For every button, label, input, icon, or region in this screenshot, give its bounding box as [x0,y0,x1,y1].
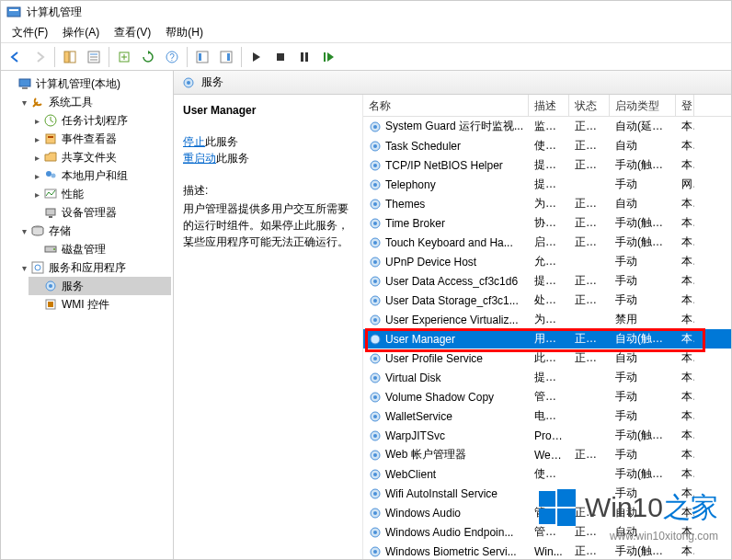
tree-label: 共享文件夹 [62,150,117,166]
tree-root[interactable]: 计算机管理(本地) [3,74,171,93]
menu-view[interactable]: 查看(V) [107,23,158,42]
service-row[interactable]: WebClient使基...手动(触发...本 [363,464,731,484]
toolbar-btn-a[interactable] [191,46,213,68]
service-row[interactable]: Wifi AutoInstall Service手动本 [363,484,731,503]
service-logon-cell: 本 [676,350,694,366]
menu-action[interactable]: 操作(A) [55,23,107,42]
chevron-down-icon[interactable]: ▾ [17,97,30,108]
tree-event-viewer[interactable]: ▸事件查看器 [29,130,171,148]
service-state-cell: 正在... [569,447,610,463]
service-state-cell: 正在... [569,505,610,520]
service-desc-cell: 监视... [529,119,569,134]
svg-rect-13 [221,51,232,63]
service-name-cell: TCP/IP NetBIOS Helper [363,159,529,172]
tree-disk-mgmt[interactable]: 磁盘管理 [29,240,171,258]
tree-label: 服务 [62,279,84,294]
column-logon[interactable]: 登 [676,95,694,116]
service-name-cell: User Data Access_cf3c1d6 [363,275,529,288]
tree-label: 计算机管理(本地) [36,76,120,92]
clock-icon [43,113,58,128]
chevron-right-icon[interactable]: ▸ [30,189,43,200]
column-start[interactable]: 启动类型 [610,95,676,116]
chevron-right-icon[interactable]: ▸ [30,134,43,144]
chevron-right-icon[interactable]: ▸ [30,116,43,126]
tree-shared-folders[interactable]: ▸共享文件夹 [29,148,171,166]
service-row[interactable]: Volume Shadow Copy管理...手动本 [363,387,731,406]
menu-help[interactable]: 帮助(H) [158,23,211,42]
svg-rect-28 [49,216,52,218]
service-row[interactable]: WarpJITSvcProv...手动(触发...本 [363,426,731,445]
disk-icon [43,242,58,257]
stop-service-link[interactable]: 停止 [183,135,205,148]
tree-task-scheduler[interactable]: ▸任务计划程序 [29,111,171,130]
service-row[interactable]: Virtual Disk提供...手动本 [363,368,731,387]
service-start-cell: 手动 [610,486,676,501]
tree-storage[interactable]: ▾ 存储 [16,222,171,240]
restart-service-link[interactable]: 重启动 [183,152,216,165]
tree-label: 本地用户和组 [62,168,128,184]
service-row[interactable]: User Experience Virtualiz...为应...禁用本 [363,310,731,329]
service-desc-cell: 此服... [529,350,569,366]
tree-system-tools[interactable]: ▾ 系统工具 [16,93,171,111]
svg-point-35 [49,284,52,288]
app-icon [6,5,21,19]
service-desc-cell: Prov... [529,429,569,442]
service-row[interactable]: Touch Keyboard and Ha...启用...正在...手动(触发.… [363,233,731,252]
back-button[interactable] [5,46,27,68]
service-row[interactable]: Web 帐户管理器Web...正在...手动本 [363,445,731,464]
refresh-button[interactable] [137,46,159,68]
svg-point-47 [373,183,377,187]
service-row[interactable]: User Manager用户...正在...自动(触发...本 [363,329,731,349]
show-hide-tree-button[interactable] [59,46,81,68]
tree-label: 服务和应用程序 [49,260,126,276]
service-row[interactable]: WalletService电子...手动本 [363,406,731,426]
service-start-cell: 自动(延迟... [610,119,676,134]
export-button[interactable] [113,46,135,68]
properties-button[interactable] [83,46,105,68]
service-row[interactable]: User Profile Service此服...正在...自动本 [363,349,731,368]
tree-services[interactable]: 服务 [29,277,171,295]
service-row[interactable]: Time Broker协调...正在...手动(触发...本 [363,213,731,233]
service-row[interactable]: Windows Biometric Servi...Win...正在...手动(… [363,542,731,559]
restart-service-button[interactable] [317,46,339,68]
pause-service-button[interactable] [293,46,315,68]
service-row[interactable]: TCP/IP NetBIOS Helper提供...正在...手动(触发...本 [363,155,731,175]
column-name[interactable]: 名称 [363,95,529,116]
service-row[interactable]: System Guard 运行时监视...监视...正在...自动(延迟...本 [363,117,731,136]
tree-label: WMI 控件 [62,297,109,313]
column-desc[interactable]: 描述 [529,95,569,116]
chevron-down-icon[interactable]: ▾ [17,226,30,236]
service-start-cell: 手动 [610,408,676,424]
service-row[interactable]: Themes为用...正在...自动本 [363,194,731,213]
toolbar-btn-b[interactable] [215,46,237,68]
service-row[interactable]: User Data Access_cf3c1d6提供...正在...手动本 [363,271,731,291]
performance-icon [43,187,58,201]
service-row[interactable]: UPnP Device Host允许...手动本 [363,252,731,271]
list-body[interactable]: System Guard 运行时监视...监视...正在...自动(延迟...本… [363,117,731,559]
service-row[interactable]: Telephony提供...手动网 [363,175,731,194]
help-button[interactable]: ? [161,46,183,68]
right-header: 服务 [174,71,731,95]
service-start-cell: 手动(触发... [610,428,676,443]
chevron-right-icon[interactable]: ▸ [30,153,43,163]
menu-file[interactable]: 文件(F) [5,23,55,42]
service-row[interactable]: Windows Audio Endpoin...管理...正在...自动本 [363,522,731,542]
right-header-text: 服务 [201,74,223,90]
column-state[interactable]: 状态 [569,95,610,116]
chevron-right-icon[interactable]: ▸ [30,171,43,181]
tree-services-apps[interactable]: ▾ 服务和应用程序 [16,258,171,277]
service-start-cell: 手动(触发... [610,157,676,173]
tree-device-manager[interactable]: 设备管理器 [29,203,171,222]
tree-wmi[interactable]: WMI 控件 [29,295,171,314]
stop-service-button[interactable] [269,46,292,68]
service-row[interactable]: Windows Audio管理...正在...自动本 [363,503,731,522]
tree-local-users[interactable]: ▸本地用户和组 [29,166,171,185]
tree-performance[interactable]: ▸性能 [29,185,171,203]
chevron-down-icon[interactable]: ▾ [17,263,30,273]
service-row[interactable]: User Data Storage_cf3c1...处理...正在...手动本 [363,291,731,310]
service-desc-cell: 允许... [529,254,569,269]
service-logon-cell: 本 [676,292,694,308]
service-logon-cell: 网 [676,177,694,192]
service-row[interactable]: Task Scheduler使用...正在...自动本 [363,136,731,155]
start-service-button[interactable] [246,46,268,68]
